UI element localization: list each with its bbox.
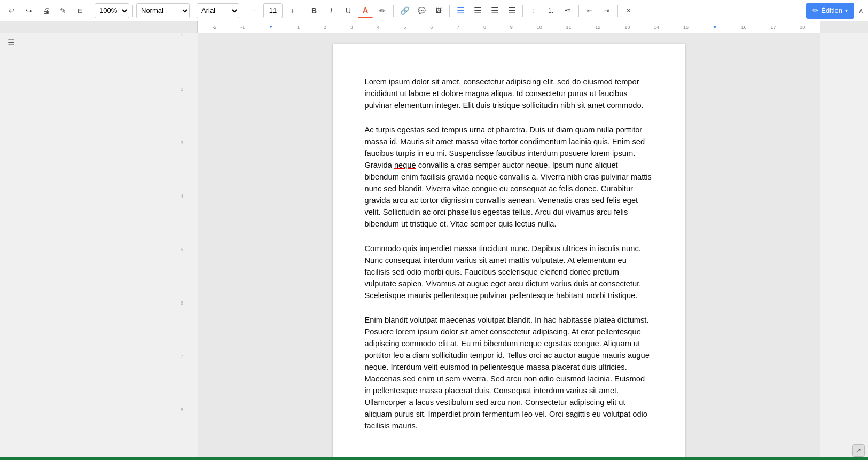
sep-2	[132, 5, 133, 17]
paint-format-button[interactable]: ✎	[56, 3, 71, 18]
edition-button[interactable]: ✏ Édition ▾	[806, 3, 854, 19]
paragraph-1-text: Lorem ipsum dolor sit amet, consectetur …	[365, 77, 644, 110]
increase-indent-button[interactable]: ⇥	[599, 3, 614, 18]
ruler-right	[820, 21, 868, 33]
outline-icon[interactable]: ☰	[7, 37, 15, 48]
sep-9	[578, 5, 579, 17]
align-right-button[interactable]: ☰	[487, 3, 502, 18]
paragraph-4: Enim blandit volutpat maecenas volutpat …	[365, 314, 653, 432]
paragraph-2: Ac turpis egestas sed tempus urna et pha…	[365, 124, 653, 230]
ruler-main: -2 -1 ▼ 1 2 3 4 5 6 7 8 9 10 11 12 13 14…	[198, 21, 820, 33]
edition-chevron-icon: ▾	[845, 7, 848, 13]
bold-button[interactable]: B	[307, 3, 322, 18]
paragraph-4-text: Enim blandit volutpat maecenas volutpat …	[365, 316, 650, 430]
sep-3	[193, 5, 193, 17]
sep-4	[243, 5, 243, 17]
text-color-button[interactable]: A	[358, 3, 373, 18]
link-button[interactable]: 🔗	[397, 3, 412, 18]
sep-5	[303, 5, 303, 17]
increase-font-button[interactable]: +	[285, 3, 300, 18]
italic-button[interactable]: I	[324, 3, 339, 18]
clear-format-button[interactable]: ✕	[621, 3, 636, 18]
paragraph-1: Lorem ipsum dolor sit amet, consectetur …	[365, 76, 653, 111]
zoom-select[interactable]: 100% 75% 125% 150%	[95, 3, 129, 18]
sep-7	[449, 5, 450, 17]
expand-toolbar-icon[interactable]: ∧	[858, 6, 864, 14]
font-size-input[interactable]	[263, 3, 283, 18]
ruler: -2 -1 ▼ 1 2 3 4 5 6 7 8 9 10 11 12 13 14…	[0, 21, 868, 33]
left-gutter: ☰ 1 2 3 4 5 6 7 8	[0, 33, 198, 457]
style-select[interactable]: Normal Heading 1 Heading 2 Heading 3	[136, 3, 190, 18]
edition-label: Édition	[821, 6, 842, 14]
sep-6	[393, 5, 394, 17]
decrease-indent-button[interactable]: ⇤	[582, 3, 597, 18]
numbered-list-button[interactable]: 1.	[543, 3, 558, 18]
sep-1	[91, 5, 91, 17]
sep-10	[617, 5, 618, 17]
page: Lorem ipsum dolor sit amet, consectetur …	[333, 44, 685, 457]
toolbar: ↩ ↪ 🖨 ✎ ⊟ 100% 75% 125% 150% Normal Head…	[0, 0, 868, 21]
line-spacing-button[interactable]: ↕	[526, 3, 541, 18]
image-button[interactable]: 🖼	[431, 3, 446, 18]
align-justify-button[interactable]: ☰	[504, 3, 519, 18]
font-select[interactable]: Arial Times New Roman Courier New	[197, 3, 239, 18]
main-layout: ☰ 1 2 3 4 5 6 7 8 Lorem ipsum dolor sit …	[0, 33, 868, 457]
decrease-font-button[interactable]: −	[246, 3, 261, 18]
clone-format-button[interactable]: ⊟	[73, 3, 88, 18]
undo-button[interactable]: ↩	[4, 3, 19, 18]
sep-8	[522, 5, 523, 17]
redo-button[interactable]: ↪	[21, 3, 36, 18]
paragraph-3-text: Commodo quis imperdiet massa tincidunt n…	[365, 244, 642, 300]
comment-button[interactable]: 💬	[414, 3, 429, 18]
neque-word: neque	[394, 161, 416, 169]
paragraph-3: Commodo quis imperdiet massa tincidunt n…	[365, 243, 653, 301]
highlight-button[interactable]: ✏	[375, 3, 390, 18]
print-button[interactable]: 🖨	[38, 3, 53, 18]
bullet-list-button[interactable]: •≡	[560, 3, 575, 18]
align-left-button[interactable]: ☰	[453, 3, 468, 18]
status-bar	[0, 457, 868, 460]
scroll-to-cursor-button[interactable]: ↗	[852, 444, 865, 457]
ruler-left	[0, 21, 198, 33]
doc-area[interactable]: Lorem ipsum dolor sit amet, consectetur …	[198, 33, 820, 457]
underline-button[interactable]: U	[341, 3, 356, 18]
align-center-button[interactable]: ☰	[470, 3, 485, 18]
right-gutter	[820, 33, 868, 457]
